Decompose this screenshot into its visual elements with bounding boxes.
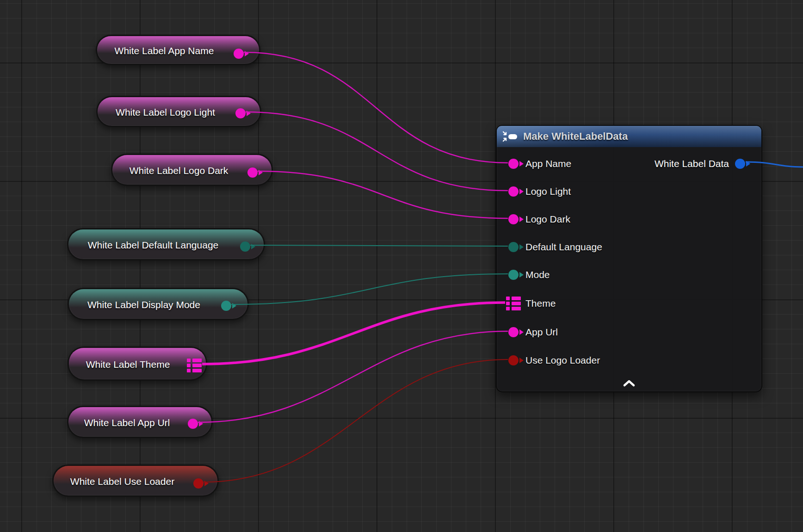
input-pin-label: Theme	[525, 298, 556, 309]
node-header[interactable]: Make WhiteLabelData	[497, 126, 761, 147]
variable-node-label: White Label Theme	[69, 348, 187, 379]
input-pin-label: App Url	[525, 327, 558, 338]
variable-node-label: White Label Default Language	[68, 229, 238, 259]
variable-node-white-label-use-loader[interactable]: White Label Use Loader	[52, 464, 219, 497]
input-pin-app-url[interactable]	[508, 327, 519, 337]
output-pin-enum[interactable]	[240, 241, 250, 252]
make-struct-icon	[502, 131, 518, 142]
input-pin-mode[interactable]	[508, 270, 519, 280]
input-pin-label: App Name	[525, 158, 571, 169]
variable-node-white-label-logo-dark[interactable]: White Label Logo Dark	[111, 154, 273, 186]
variable-node-white-label-display-mode[interactable]: White Label Display Mode	[68, 288, 249, 320]
make-whitelabeldata-node[interactable]: Make WhiteLabelData App NameLogo LightLo…	[496, 125, 762, 392]
variable-node-label: White Label Logo Dark	[112, 155, 245, 185]
input-pin-app-name[interactable]	[508, 159, 519, 169]
output-pin-string[interactable]	[234, 49, 244, 59]
input-pin-label: Default Language	[525, 241, 602, 253]
variable-node-white-label-theme[interactable]: White Label Theme	[68, 346, 207, 381]
input-pin-theme[interactable]	[506, 297, 521, 312]
variable-node-label: White Label App Url	[68, 407, 185, 437]
wire-6[interactable]	[198, 331, 508, 422]
input-pin-use-logo-loader[interactable]	[508, 355, 519, 365]
variable-node-white-label-default-language[interactable]: White Label Default Language	[67, 228, 265, 260]
input-pin-label: Use Logo Loader	[525, 355, 600, 366]
output-pin-bool[interactable]	[193, 478, 204, 489]
wire-2[interactable]	[258, 171, 508, 218]
output-pin-string[interactable]	[247, 167, 258, 178]
variable-node-label: White Label App Name	[97, 36, 231, 64]
variable-node-white-label-logo-light[interactable]: White Label Logo Light	[96, 96, 261, 127]
output-pin-struct-icon[interactable]	[187, 359, 202, 374]
variable-node-white-label-app-url[interactable]: White Label App Url	[67, 406, 213, 438]
input-pin-logo-light[interactable]	[508, 186, 519, 197]
variable-node-label: White Label Use Loader	[54, 466, 191, 495]
collapse-node-button[interactable]	[622, 379, 636, 388]
wire-5[interactable]	[202, 303, 505, 364]
input-pin-default-language[interactable]	[508, 242, 519, 252]
wire-1[interactable]	[246, 112, 508, 191]
blueprint-canvas[interactable]: White Label App NameWhite Label Logo Lig…	[0, 0, 803, 532]
wire-7[interactable]	[204, 359, 508, 482]
output-pin-string[interactable]	[188, 419, 198, 429]
output-pin-white-label-data[interactable]	[735, 159, 745, 169]
wire-3[interactable]	[250, 245, 508, 246]
wire-4[interactable]	[231, 274, 508, 304]
variable-node-label: White Label Logo Light	[98, 97, 233, 126]
node-title: Make WhiteLabelData	[523, 130, 628, 142]
output-pin-string[interactable]	[235, 108, 246, 118]
output-pin-enum[interactable]	[221, 301, 231, 311]
input-pin-label: Logo Dark	[525, 214, 570, 225]
input-pin-label: Logo Light	[525, 186, 571, 197]
variable-node-white-label-app-name[interactable]: White Label App Name	[96, 35, 260, 65]
input-pin-label: Mode	[525, 269, 550, 280]
output-pin-label: White Label Data	[655, 158, 729, 169]
wire-0[interactable]	[244, 52, 508, 163]
input-pin-logo-dark[interactable]	[508, 214, 519, 224]
variable-node-label: White Label Display Mode	[69, 289, 219, 319]
